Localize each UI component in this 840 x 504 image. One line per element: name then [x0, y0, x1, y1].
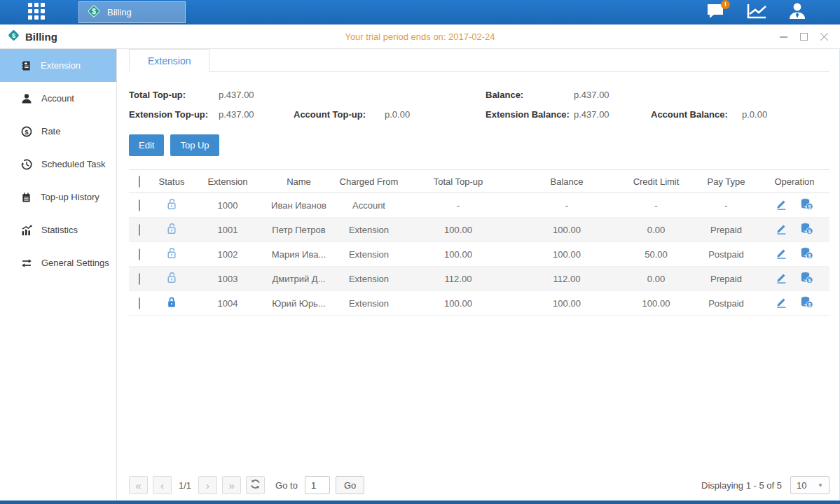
table-body: 1000Иван ИвановAccount----$1001Петр Петр… [129, 193, 829, 316]
topup-icon[interactable]: $ [800, 223, 813, 237]
cell-credit-limit: 50.00 [619, 242, 693, 267]
cell-name: Юрий Юрь... [262, 291, 336, 316]
first-page-button[interactable]: « [129, 476, 148, 494]
previous-page-button[interactable]: ‹ [153, 476, 172, 494]
sidebar-item-extension[interactable]: Extension [0, 49, 116, 82]
row-checkbox[interactable] [139, 273, 140, 285]
row-checkbox[interactable] [139, 298, 140, 309]
account-topup-value: p.0.00 [385, 109, 486, 120]
topup-icon[interactable]: $ [800, 247, 813, 261]
sidebar: ExtensionAccount$RateScheduled TaskTop-u… [0, 49, 117, 500]
refresh-icon [250, 479, 261, 491]
column-header-credit-limit[interactable]: Credit Limit [619, 170, 693, 193]
column-header-extension[interactable]: Extension [193, 170, 262, 193]
sidebar-item-statistics[interactable]: Statistics [0, 214, 116, 246]
maximize-button[interactable] [799, 32, 808, 41]
billing-app-icon: $ [86, 4, 102, 22]
edit-button[interactable]: Edit [129, 134, 164, 156]
select-all-checkbox[interactable] [139, 176, 140, 188]
user-account-button[interactable] [788, 2, 806, 22]
balance-label: Balance: [486, 90, 574, 100]
column-header-pay-type[interactable]: Pay Type [693, 170, 759, 193]
sidebar-item-rate[interactable]: $Rate [0, 115, 116, 148]
sidebar-item-general-settings[interactable]: General Settings [0, 246, 116, 279]
edit-icon[interactable] [776, 297, 787, 310]
user-icon [788, 2, 806, 22]
cell-charged-from: Extension [336, 291, 402, 316]
minimize-button[interactable] [779, 32, 788, 41]
cell-credit-limit: 0.00 [619, 267, 693, 291]
topup-icon[interactable]: $ [800, 198, 813, 212]
notifications-button[interactable]: ! [706, 3, 725, 22]
row-checkbox[interactable] [139, 200, 140, 211]
cell-balance: 100.00 [514, 242, 619, 267]
total-topup-label: Total Top-up: [129, 90, 219, 100]
notification-badge: ! [721, 0, 730, 9]
window-title: Billing [25, 31, 57, 43]
page-indicator: 1/1 [179, 480, 191, 491]
sidebar-item-scheduled-task[interactable]: Scheduled Task [0, 148, 116, 181]
cell-balance: - [514, 193, 619, 218]
chevron-down-icon: ▼ [818, 482, 823, 489]
extensions-table: StatusExtensionNameCharged FromTotal Top… [129, 169, 829, 316]
column-header-balance[interactable]: Balance [514, 170, 619, 193]
sidebar-item-label: Extension [41, 60, 81, 71]
close-button[interactable] [820, 32, 829, 41]
taskbar-tab-label: Billing [107, 7, 132, 18]
cell-credit-limit: 0.00 [619, 218, 693, 242]
line-chart-icon [746, 3, 767, 22]
table-row-extension-1004: 1004Юрий Юрь...Extension100.00100.00100.… [129, 291, 829, 316]
svg-text:$: $ [92, 6, 96, 15]
scheduled-task-icon [21, 159, 32, 170]
extension-balance-value: p.437.00 [574, 109, 651, 120]
resource-monitor-button[interactable] [746, 3, 767, 22]
sidebar-item-top-up-history[interactable]: Top-up History [0, 181, 116, 214]
cell-credit-limit: 100.00 [619, 291, 693, 316]
taskbar-tab-billing[interactable]: $ Billing [78, 1, 186, 23]
trial-period-message: Your trial period ends on: 2017-02-24 [0, 31, 840, 42]
edit-icon[interactable] [776, 248, 787, 261]
topup-icon[interactable]: $ [800, 272, 813, 286]
cell-name: Иван Иванов [262, 193, 336, 218]
topup-icon[interactable]: $ [800, 296, 813, 310]
page-size-select[interactable]: 10 ▼ [790, 476, 829, 494]
column-header-charged-from[interactable]: Charged From [336, 170, 402, 193]
edit-icon[interactable] [776, 223, 787, 237]
cell-pay-type: Postpaid [693, 291, 759, 316]
column-header-name[interactable]: Name [262, 170, 336, 193]
cell-pay-type: Prepaid [693, 218, 759, 242]
table-row-extension-1003: 1003Дмитрий Д...Extension112.00112.000.0… [129, 267, 829, 291]
app-grid-button[interactable] [24, 0, 49, 24]
refresh-button[interactable] [246, 476, 265, 494]
column-header-total-top-up[interactable]: Total Top-up [402, 170, 514, 193]
lock-open-icon [166, 247, 177, 261]
extension-topup-value: p.437.00 [219, 109, 294, 120]
row-checkbox[interactable] [139, 224, 140, 236]
lock-open-icon [166, 272, 177, 286]
sidebar-item-label: Rate [41, 126, 60, 136]
next-page-button[interactable]: › [198, 476, 217, 494]
go-button[interactable]: Go [336, 476, 364, 494]
cell-balance: 100.00 [514, 291, 619, 316]
cell-extension: 1001 [193, 218, 262, 242]
sidebar-item-label: Scheduled Task [41, 159, 106, 169]
extension-icon [21, 60, 32, 71]
edit-icon[interactable] [776, 199, 787, 212]
account-balance-label: Account Balance: [651, 109, 742, 120]
tab-extension[interactable]: Extension [129, 49, 209, 72]
cell-extension: 1000 [193, 193, 262, 218]
total-topup-value: p.437.00 [219, 90, 294, 100]
last-page-button[interactable]: » [222, 476, 241, 494]
cell-name: Дмитрий Д... [262, 267, 336, 291]
row-checkbox[interactable] [139, 248, 140, 260]
cell-name: Мария Ива... [262, 242, 336, 267]
cell-extension: 1002 [193, 242, 262, 267]
sidebar-item-account[interactable]: Account [0, 82, 116, 115]
top-up-button[interactable]: Top Up [170, 134, 219, 156]
billing-summary: Total Top-up: p.437.00 Balance: p.437.00… [129, 90, 829, 120]
goto-page-input[interactable] [305, 476, 330, 494]
table-header-row: StatusExtensionNameCharged FromTotal Top… [129, 170, 829, 193]
column-header-status[interactable]: Status [150, 170, 193, 193]
edit-icon[interactable] [776, 272, 787, 286]
column-header-operation[interactable]: Operation [759, 170, 829, 193]
